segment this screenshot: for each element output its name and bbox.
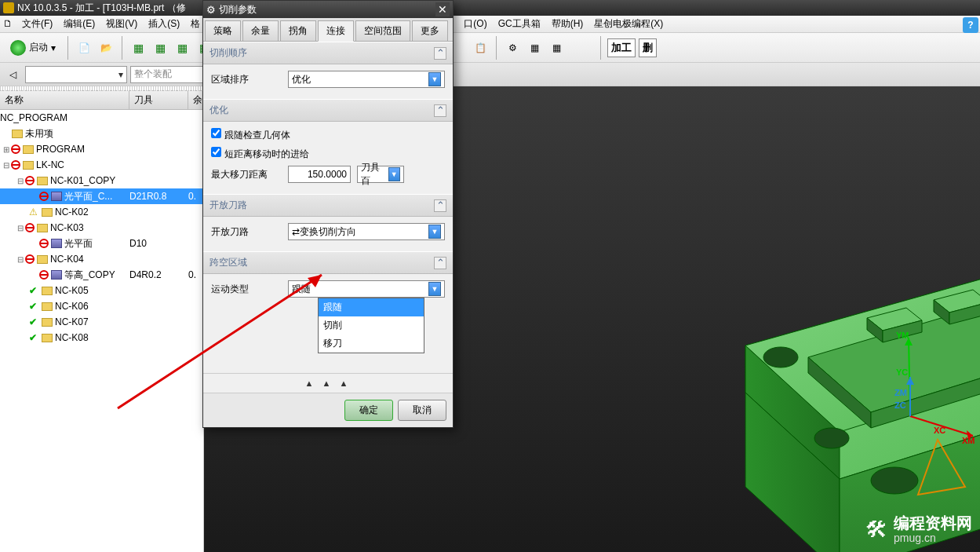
collapse-icon[interactable]: ⌃ [434,199,446,212]
collapse-icon[interactable]: ⊟ [16,177,25,185]
tree-face[interactable]: 光平面D10 [0,236,203,251]
noentry-icon [11,160,20,170]
section-optimize[interactable]: 优化⌃ [203,99,453,122]
tree-k02[interactable]: ⚠NC-K02 [0,204,203,220]
col-tool[interactable]: 刀具 [129,91,188,109]
program-order-button[interactable]: ▦ [129,38,148,57]
short-dist-checkbox[interactable]: 短距离移动时的进给 [211,147,309,161]
collapse-icon[interactable]: ⌃ [434,257,446,269]
assembly-filter-dropdown[interactable]: ▾ [25,66,127,83]
menu-gc[interactable]: GC工具箱 [494,16,545,32]
noentry-icon [39,239,49,248]
collapse-icon[interactable]: ⌃ [434,104,446,117]
verify-button[interactable]: ▦ [525,38,544,57]
svg-point-15 [763,347,798,367]
start-globe-icon [10,40,26,56]
tree-k06[interactable]: ✔NC-K06 [0,298,203,314]
noentry-icon [39,270,49,280]
menu-help[interactable]: 帮助(H) [547,16,588,32]
tab-more[interactable]: 更多 [412,20,448,41]
section-open-path[interactable]: 开放刀路⌃ [203,194,453,217]
menu-edit[interactable]: 编辑(E) [59,16,100,32]
follow-check-checkbox[interactable]: 跟随检查几何体 [211,128,290,142]
tree-k08[interactable]: ✔NC-K08 [0,330,203,345]
nav-header: 名称 刀具 余 [0,91,203,110]
tree-k05[interactable]: ✔NC-K05 [0,283,203,298]
tree-k07[interactable]: ✔NC-K07 [0,314,203,330]
col-name[interactable]: 名称 [0,91,129,109]
col-rest[interactable]: 余 [188,91,203,109]
max-travel-label: 最大移刀距离 [211,168,282,181]
machining-mode-label[interactable]: 加工 [607,38,636,57]
tab-connect[interactable]: 连接 [318,20,354,42]
menu-file[interactable]: 文件(F) [17,16,57,32]
menu-window[interactable]: 口(O) [459,16,491,32]
generate-button[interactable]: ⚙ [503,38,522,57]
motion-type-dropdown[interactable]: 跟随▼ [288,280,445,298]
tree-unused[interactable]: 未用项 [0,126,203,141]
operation-icon [51,239,62,248]
chevron-down-icon: ▼ [428,225,441,239]
delete-mode-label[interactable]: 删 [639,38,657,57]
geometry-button[interactable]: ▦ [173,38,191,57]
tab-strategy[interactable]: 策略 [205,20,241,41]
collapse-icon[interactable]: ⊟ [16,224,25,232]
chevron-down-icon: ▼ [428,282,441,296]
tab-containment[interactable]: 空间范围 [355,20,410,41]
gear-icon: ⚙ [206,4,216,16]
svg-point-19 [871,467,918,494]
nav-prev-button[interactable]: ◁ [3,65,22,84]
close-button[interactable]: ✕ [435,2,450,16]
tree-k01copy[interactable]: ⊟NC-K01_COPY [0,173,203,188]
tree-lknc[interactable]: ⊟LK-NC [0,157,203,173]
start-button[interactable]: 启动 ▾ [5,38,61,58]
warning-icon: ⚠ [27,207,39,218]
collapse-icon[interactable]: ⌃ [434,47,446,60]
menu-star[interactable]: 星创电极编程(X) [589,16,668,32]
tree-k03[interactable]: ⊟NC-K03 [0,220,203,236]
expand-icon[interactable]: ⊞ [2,145,11,154]
scroll-up-indicator[interactable]: ▲ ▲ ▲ [203,373,453,393]
motion-type-dropdown-list[interactable]: 跟随 切削 移刀 [318,298,424,353]
nav-tree[interactable]: NC_PROGRAM 未用项 ⊞PROGRAM ⊟LK-NC ⊟NC-K01_C… [0,110,203,552]
menu-view[interactable]: 视图(V) [101,16,142,32]
dialog-body: 切削顺序⌃ 区域排序 优化▼ 优化⌃ 跟随检查几何体 短距离移动时的进给 最大移… [203,42,453,393]
axis-xc-label: XC [934,426,945,435]
operation-navigator: 名称 刀具 余 NC_PROGRAM 未用项 ⊞PROGRAM ⊟LK-NC ⊟… [0,86,204,552]
option-cut[interactable]: 切削 [319,316,424,334]
tab-stock[interactable]: 余量 [242,20,279,41]
section-cross-void[interactable]: 跨空区域⌃ [203,251,453,274]
simulate-button[interactable]: ▦ [547,38,566,57]
noentry-icon [25,176,35,185]
cancel-button[interactable]: 取消 [398,400,446,421]
dialog-titlebar[interactable]: ⚙ 切削参数 ✕ [203,1,453,18]
collapse-icon[interactable]: ⊟ [2,161,11,170]
create-program-button[interactable]: 📋 [471,38,490,57]
new-file-button[interactable]: 📄 [75,38,93,57]
noentry-icon [25,254,35,264]
open-file-button[interactable]: 📂 [97,38,115,57]
app-menu-icon[interactable]: 🗋 [3,18,16,31]
section-cutorder[interactable]: 切削顺序⌃ [203,42,453,64]
max-travel-input[interactable] [288,166,351,183]
option-traverse[interactable]: 移刀 [319,334,424,353]
tree-face-c[interactable]: 光平面_C...D21R0.80. [0,188,203,204]
tree-k04[interactable]: ⊟NC-K04 [0,251,203,267]
chevron-down-icon: ▼ [428,72,441,86]
tab-corner[interactable]: 拐角 [280,20,316,41]
tree-root[interactable]: NC_PROGRAM [0,110,203,126]
menu-insert[interactable]: 插入(S) [144,16,184,32]
max-travel-unit-dropdown[interactable]: 刀具百▼ [357,166,404,183]
collapse-icon[interactable]: ⊟ [16,255,25,264]
wrench-icon: 🛠 [865,517,887,543]
open-path-dropdown[interactable]: ⇄ 变换切削方向▼ [288,223,445,240]
ok-button[interactable]: 确定 [344,400,393,421]
option-follow[interactable]: 跟随 [319,298,424,316]
help-button[interactable]: ? [963,17,978,33]
tree-contour[interactable]: 等高_COPYD4R0.20. [0,267,203,283]
chevron-down-icon: ▾ [118,69,123,80]
region-order-dropdown[interactable]: 优化▼ [288,71,445,88]
tree-program[interactable]: ⊞PROGRAM [0,141,203,157]
operation-icon [51,270,62,280]
machine-tool-button[interactable]: ▦ [151,38,169,57]
